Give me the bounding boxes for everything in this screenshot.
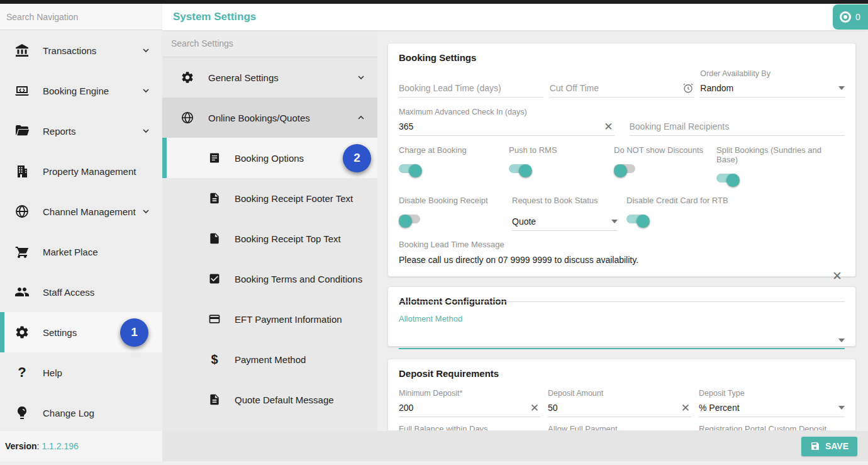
- version-value: 1.1.2.196: [42, 441, 78, 451]
- menu-item-label: Quote Default Message: [235, 395, 334, 405]
- toggle-label: Push to RMS: [509, 145, 614, 155]
- sidebar-item-booking-engine[interactable]: Booking Engine: [0, 70, 162, 111]
- booking-lead-time-input[interactable]: [399, 83, 543, 93]
- clear-icon[interactable]: ✕: [831, 270, 843, 282]
- dropdown-arrow-icon: [838, 406, 845, 410]
- menu-item-eft-payment-information[interactable]: EFT Payment Information: [162, 299, 377, 339]
- menu-item-label: Booking Receipt Footer Text: [235, 193, 353, 204]
- menu-group-label: Online Bookings/Quotes: [208, 113, 310, 123]
- chevron-down-icon: [141, 86, 151, 96]
- order-availability-select[interactable]: Random: [700, 79, 845, 98]
- sidebar-item-staff-access[interactable]: Staff Access: [0, 272, 162, 312]
- sidebar-item-settings[interactable]: Settings 1: [0, 312, 162, 352]
- menu-item-label: Booking Terms and Conditions: [235, 274, 362, 284]
- menu-item-booking-receipt-top-text[interactable]: Booking Receipt Top Text: [162, 218, 377, 259]
- page-title: System Settings: [173, 11, 256, 23]
- sidebar-item-label: Booking Engine: [43, 86, 109, 96]
- deposit-amount-label: Deposit Amount: [548, 389, 603, 398]
- rtb-status-value: Quote: [512, 216, 536, 227]
- allotment-method-label: Allotment Method: [399, 314, 845, 323]
- notifications-button[interactable]: 0: [833, 4, 868, 30]
- dropdown-arrow-icon: [611, 220, 618, 223]
- charge-at-booking-toggle[interactable]: [399, 164, 422, 177]
- order-availability-value: Random: [700, 83, 733, 93]
- document-lines-icon: [206, 192, 223, 204]
- gear-icon: [179, 70, 196, 84]
- request-to-book-status-select[interactable]: Quote: [512, 213, 618, 231]
- menu-item-label: EFT Payment Information: [235, 314, 342, 325]
- disable-booking-receipt-toggle[interactable]: [399, 215, 422, 228]
- sidebar-item-change-log[interactable]: Change Log: [0, 393, 162, 433]
- deposit-type-select[interactable]: % Percent: [699, 399, 845, 417]
- sidebar-item-label: Settings: [43, 327, 77, 338]
- chevron-down-icon: [141, 206, 151, 216]
- booking-settings-card: Booking Settings Order Availa: [387, 43, 856, 277]
- document-lines-icon: [206, 393, 223, 406]
- toolbar: System Settings 0: [162, 4, 868, 30]
- clear-icon[interactable]: ✕: [603, 121, 614, 132]
- sidebar-item-label: Property Management: [43, 166, 136, 177]
- lead-time-message-textarea[interactable]: Please call us directly on 07 9999 9999 …: [399, 255, 845, 265]
- toggle-label: Do NOT show Discounts: [614, 145, 716, 155]
- sidebar-item-label: Change Log: [43, 408, 94, 418]
- dropdown-arrow-icon: [838, 339, 845, 342]
- bank-icon: [14, 43, 30, 58]
- settings-search-bar: [162, 30, 377, 57]
- booking-email-recipients-input[interactable]: [630, 121, 845, 132]
- cut-off-time-input[interactable]: [550, 83, 683, 93]
- disable-credit-card-rtb-toggle[interactable]: [626, 215, 650, 228]
- main-content: Booking Settings Order Availa: [377, 30, 868, 431]
- allow-full-payment-label: Allow Full Payment: [548, 424, 699, 431]
- sidebar-item-channel-management[interactable]: Channel Management: [0, 191, 162, 232]
- menu-group-online-bookings[interactable]: Online Bookings/Quotes: [162, 98, 377, 138]
- sidebar-item-label: Help: [43, 367, 62, 378]
- toggle-label: Charge at Booking: [399, 145, 509, 155]
- sidebar-item-property-management[interactable]: Property Management: [0, 151, 162, 191]
- allotment-method-select[interactable]: [399, 332, 845, 349]
- menu-group-label: General Settings: [208, 72, 279, 83]
- menu-item-booking-receipt-footer-text[interactable]: Booking Receipt Footer Text: [162, 178, 377, 218]
- version-bar: Version: 1.1.2.196: [0, 431, 162, 461]
- sidebar-item-reports[interactable]: Reports: [0, 111, 162, 151]
- menu-item-label: Payment Method: [235, 354, 306, 365]
- credit-card-icon: [206, 313, 223, 325]
- record-circle-icon: [840, 11, 851, 23]
- deposit-type-label: Deposit Type: [699, 389, 745, 398]
- chevron-down-icon: [141, 126, 151, 136]
- dropdown-arrow-icon: [838, 86, 845, 90]
- sidebar-item-label: Market Place: [43, 247, 98, 257]
- lead-time-message-label: Booking Lead Time Message: [399, 240, 845, 249]
- menu-item-booking-options[interactable]: Booking Options 2: [162, 138, 377, 178]
- clear-icon[interactable]: ✕: [529, 403, 540, 413]
- sidebar-item-help[interactable]: ? Help: [0, 352, 162, 393]
- sidebar-item-label: Reports: [43, 126, 76, 137]
- sidebar-item-market-place[interactable]: Market Place: [0, 232, 162, 272]
- sidebar-item-transactions[interactable]: Transactions: [0, 30, 162, 70]
- push-to-rms-toggle[interactable]: [509, 164, 532, 177]
- do-not-show-discounts-toggle[interactable]: [614, 164, 637, 177]
- clock-icon[interactable]: [682, 82, 694, 94]
- menu-group-general-settings[interactable]: General Settings: [162, 57, 377, 98]
- minimum-deposit-input[interactable]: [399, 403, 529, 413]
- clear-icon[interactable]: ✕: [680, 403, 691, 413]
- sidebar-item-label: Channel Management: [43, 206, 136, 217]
- menu-item-quote-default-message[interactable]: Quote Default Message: [162, 379, 377, 420]
- gear-icon: [14, 325, 30, 340]
- settings-menu-panel: General Settings Online Bookings/Quotes …: [162, 30, 377, 431]
- card-title: Deposit Requirements: [399, 368, 845, 379]
- rtb-status-label: Request to Book Status: [512, 196, 626, 205]
- max-checkin-input[interactable]: [399, 121, 603, 132]
- save-button[interactable]: SAVE: [801, 437, 857, 456]
- chevron-up-icon: [356, 113, 366, 123]
- save-label: SAVE: [825, 441, 849, 451]
- settings-search-input[interactable]: [171, 38, 369, 48]
- menu-item-payment-method[interactable]: $ Payment Method: [162, 339, 377, 379]
- chevron-down-icon: [141, 45, 151, 55]
- order-availability-label: Order Availability By: [700, 69, 771, 78]
- nav-search-input[interactable]: [6, 12, 156, 22]
- split-bookings-toggle[interactable]: [716, 174, 740, 187]
- nav-search-bar: [0, 4, 162, 30]
- deposit-amount-input[interactable]: [548, 403, 680, 413]
- menu-item-booking-terms-and-conditions[interactable]: Booking Terms and Conditions: [162, 259, 377, 299]
- folder-icon: [14, 123, 30, 138]
